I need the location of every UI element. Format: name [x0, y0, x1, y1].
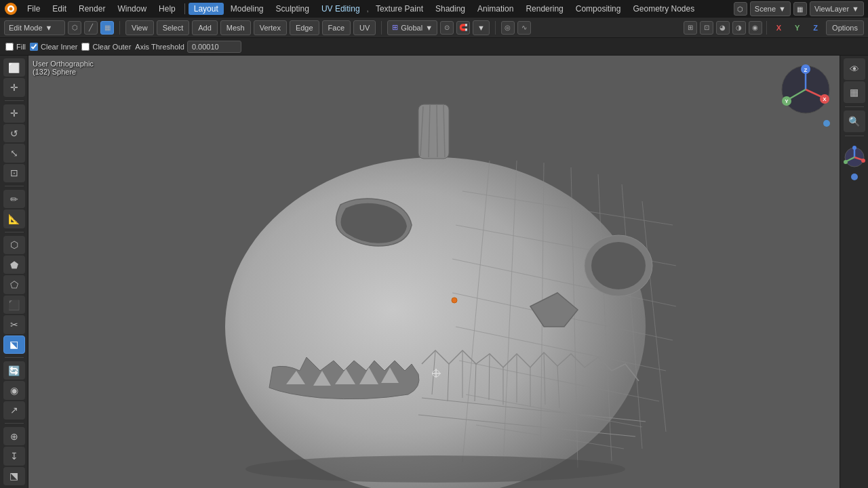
menu-help[interactable]: Help [153, 3, 181, 15]
edge-select-icon[interactable]: ╱ [84, 21, 98, 35]
smooth-btn[interactable]: ◉ [3, 381, 25, 399]
viewport-shading-render[interactable]: ◉ [749, 21, 762, 35]
left-sep-2 [5, 186, 24, 186]
fill-checkbox[interactable] [5, 43, 14, 51]
fill-checkbox-container[interactable]: Fill [5, 43, 26, 51]
scene-controls: ⬡ Scene ▼ ▦ ViewLayer ▼ [734, 1, 864, 16]
tab-modeling[interactable]: Modeling [225, 3, 269, 15]
clear-inner-checkbox[interactable] [30, 43, 38, 51]
viewport-shading-material[interactable]: ◑ [732, 21, 746, 35]
view-layer-icon[interactable]: ▦ [793, 2, 807, 16]
viewport-shading-solid[interactable]: ◕ [716, 21, 730, 35]
viewport-canvas [28, 56, 840, 488]
svg-point-5 [852, 146, 856, 150]
right-sep-2 [845, 136, 864, 136]
gizmo-widget[interactable] [842, 145, 867, 169]
viewport-display-btn[interactable]: 👁 [844, 58, 865, 80]
svg-text:Y: Y [785, 98, 789, 104]
menu-face[interactable]: Face [322, 20, 351, 35]
tab-uv-editing-comma: , [367, 4, 369, 14]
tab-compositing[interactable]: Compositing [570, 3, 627, 15]
z-axis-label[interactable]: Z [808, 20, 823, 35]
overlay-btn[interactable]: ▦ [844, 81, 865, 103]
y-axis-label[interactable]: Y [789, 20, 805, 35]
shear-btn[interactable]: ⊕ [3, 427, 25, 445]
tab-uv-editing[interactable]: UV Editing [316, 3, 366, 15]
menu-select[interactable]: Select [157, 20, 190, 35]
measure-tool-btn[interactable]: 📐 [3, 209, 25, 228]
edge-slide-btn[interactable]: ↗ [3, 401, 25, 420]
shrink-btn[interactable]: ↧ [3, 447, 25, 465]
menu-window[interactable]: Window [112, 3, 152, 15]
extrude-tool-btn[interactable]: ⬡ [3, 236, 25, 254]
tab-sculpting[interactable]: Sculpting [271, 3, 315, 15]
svg-point-2 [9, 7, 13, 11]
toolbar-row: Edit Mode ▼ ⬡ ╱ ▦ View Select Add Mesh V… [0, 18, 868, 38]
bevel-tool-btn[interactable]: ⬠ [3, 275, 25, 293]
transform-orientation[interactable]: ⊞ Global ▼ [387, 20, 437, 35]
menu-mesh[interactable]: Mesh [220, 20, 251, 35]
tab-geometry-nodes[interactable]: Geometry Nodes [627, 3, 700, 15]
options-btn[interactable]: Options [826, 20, 864, 35]
spin-btn[interactable]: 🔄 [3, 361, 25, 380]
svg-text:Z: Z [804, 67, 808, 73]
menu-uv[interactable]: UV [353, 20, 376, 35]
poly-build-btn[interactable]: ⬕ [3, 336, 25, 354]
toolbar-sep-3 [495, 21, 496, 35]
scale-tool-btn[interactable]: ⤡ [3, 144, 25, 162]
blender-logo-icon[interactable] [4, 2, 18, 16]
transform-tool-btn[interactable]: ⊡ [3, 164, 25, 182]
tab-animation[interactable]: Animation [472, 3, 519, 15]
snap-toggle[interactable]: 🧲 [456, 21, 470, 35]
menu-add[interactable]: Add [192, 20, 218, 35]
scene-icon[interactable]: ⬡ [734, 2, 747, 16]
persp-point[interactable] [851, 174, 858, 180]
cursor-tool-btn[interactable]: ✛ [3, 78, 25, 96]
left-sep-5 [5, 423, 24, 424]
move-tool-btn[interactable]: ✛ [3, 104, 25, 123]
snap-element[interactable]: ▼ [473, 20, 490, 35]
menu-edit[interactable]: Edit [47, 3, 72, 15]
knife-btn[interactable]: ✂ [3, 315, 25, 333]
edit-mode-selector[interactable]: Edit Mode ▼ [4, 20, 65, 35]
viewport[interactable]: User Orthographic (132) Sphere Z X Y [28, 56, 840, 488]
menu-edge[interactable]: Edge [290, 20, 319, 35]
axis-threshold-label: Axis Threshold [135, 43, 184, 51]
pivot-point-icon[interactable]: ⊙ [440, 21, 454, 35]
nav-gizmo-overlay[interactable]: Z X Y [778, 62, 833, 117]
axis-threshold-input[interactable] [187, 41, 241, 53]
proportional-falloff[interactable]: ∿ [517, 21, 531, 35]
loop-cut-btn[interactable]: ⬛ [3, 296, 25, 314]
annotate-tool-btn[interactable]: ✏ [3, 190, 25, 208]
tab-rendering[interactable]: Rendering [520, 3, 568, 15]
clear-outer-checkbox-container[interactable]: Clear Outer [81, 43, 131, 51]
gizmo-icon[interactable]: ⊡ [700, 21, 713, 35]
svg-point-49 [452, 298, 457, 303]
scene-name[interactable]: Scene ▼ [750, 1, 791, 16]
menu-render[interactable]: Render [73, 3, 111, 15]
select-tool-btn[interactable]: ⬜ [3, 58, 25, 77]
zoom-btn[interactable]: 🔍 [844, 110, 865, 132]
svg-text:X: X [823, 96, 827, 102]
tab-texture-paint[interactable]: Texture Paint [370, 3, 429, 15]
fill-label: Fill [16, 43, 26, 51]
overlay-icon[interactable]: ⊞ [684, 21, 697, 35]
inset-tool-btn[interactable]: ⬟ [3, 256, 25, 274]
svg-line-30 [437, 105, 437, 157]
tab-shading[interactable]: Shading [430, 3, 471, 15]
persp-dot[interactable] [823, 120, 830, 127]
clear-inner-checkbox-container[interactable]: Clear Inner [30, 43, 77, 51]
push-pull-btn[interactable]: ⬔ [3, 467, 25, 485]
menu-file[interactable]: File [22, 3, 45, 15]
view-layer-name[interactable]: ViewLayer ▼ [810, 1, 864, 16]
x-axis-label[interactable]: X [771, 20, 787, 35]
menu-vertex[interactable]: Vertex [254, 20, 287, 35]
face-select-icon[interactable]: ▦ [100, 21, 114, 35]
vertex-select-icon[interactable]: ⬡ [68, 21, 81, 35]
svg-point-7 [861, 159, 865, 163]
proportional-editing[interactable]: ◎ [501, 21, 515, 35]
tab-layout[interactable]: Layout [189, 3, 224, 15]
clear-outer-checkbox[interactable] [81, 43, 90, 51]
rotate-tool-btn[interactable]: ↺ [3, 124, 25, 142]
menu-view[interactable]: View [125, 20, 154, 35]
